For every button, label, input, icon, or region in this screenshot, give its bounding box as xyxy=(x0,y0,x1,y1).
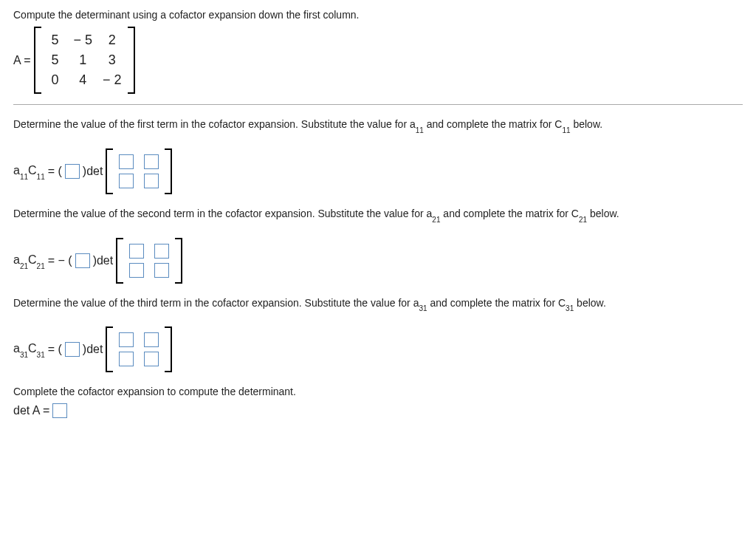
divider xyxy=(13,104,743,105)
c31-cell[interactable] xyxy=(119,352,134,366)
c21-matrix xyxy=(116,238,182,284)
c31-cell[interactable] xyxy=(119,332,134,347)
step1-text-c: below. xyxy=(571,118,603,130)
c31-matrix xyxy=(106,326,172,372)
eq2-close: )det xyxy=(93,254,114,267)
eq1-lhs: a11C11 xyxy=(13,164,45,179)
c21-cell[interactable] xyxy=(129,244,144,259)
a31-input[interactable] xyxy=(65,342,80,357)
a-cell: − 5 xyxy=(74,33,93,48)
c11-cell[interactable] xyxy=(119,154,134,169)
c11-cell[interactable] xyxy=(119,174,134,188)
a-cell: 5 xyxy=(47,52,63,68)
a-cell: − 2 xyxy=(103,72,122,88)
sub-31b: 31 xyxy=(566,304,574,312)
sub-31: 31 xyxy=(419,304,427,312)
sub-21: 21 xyxy=(432,216,440,224)
step3-text-b: and complete the matrix for C xyxy=(427,297,566,309)
c21-cell[interactable] xyxy=(154,244,169,259)
a-cell: 4 xyxy=(75,72,91,88)
c11-cell[interactable] xyxy=(144,154,159,169)
eq1-mid: = ( xyxy=(48,165,62,178)
detA-input[interactable] xyxy=(52,403,67,418)
a21-input[interactable] xyxy=(75,253,90,268)
c31-cell[interactable] xyxy=(144,332,159,347)
c31-cell[interactable] xyxy=(144,352,159,366)
c11-cell[interactable] xyxy=(144,174,159,188)
step3-text-c: below. xyxy=(574,297,606,309)
a-cell: 3 xyxy=(104,52,120,68)
eq1-close: )det xyxy=(83,165,103,178)
detA-label: det A = xyxy=(13,404,49,417)
a11-input[interactable] xyxy=(65,164,80,179)
step2-text-b: and complete the matrix for C xyxy=(440,208,579,219)
eq2-lhs: a21C21 xyxy=(13,253,45,268)
a-cell: 2 xyxy=(104,33,120,48)
instruction-text: Compute the determinant using a cofactor… xyxy=(13,9,359,21)
a-cell: 0 xyxy=(47,72,63,88)
step1-text: Determine the value of the first term in… xyxy=(13,118,416,130)
eq3-lhs: a31C31 xyxy=(13,342,45,357)
eq2-mid: = − ( xyxy=(48,254,72,267)
matrix-A-label: A = xyxy=(13,54,31,67)
step2-text: Determine the value of the second term i… xyxy=(13,208,432,219)
sub-21b: 21 xyxy=(579,216,587,224)
c21-cell[interactable] xyxy=(154,263,169,278)
matrix-A: 5 − 5 2 5 1 3 0 4 − 2 xyxy=(34,27,135,94)
eq3-close: )det xyxy=(83,343,103,356)
step1-text-b: and complete the matrix for C xyxy=(424,118,563,130)
c21-cell[interactable] xyxy=(129,263,144,278)
a-cell: 5 xyxy=(47,33,63,48)
sub-11: 11 xyxy=(416,126,424,134)
step2-text-c: below. xyxy=(587,208,619,219)
eq3-mid: = ( xyxy=(48,343,62,356)
final-text: Complete the cofactor expansion to compu… xyxy=(13,386,296,397)
step3-text: Determine the value of the third term in… xyxy=(13,297,419,309)
a-cell: 1 xyxy=(75,52,91,68)
c11-matrix xyxy=(106,148,172,194)
sub-11b: 11 xyxy=(562,126,570,134)
